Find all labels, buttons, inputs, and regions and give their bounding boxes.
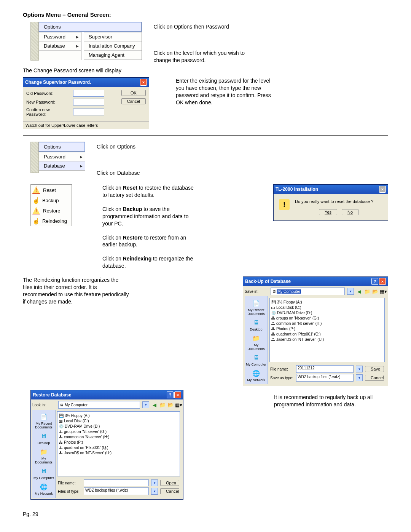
dialog-title: Change Supervisor Password.: [25, 80, 91, 85]
chevron-down-icon[interactable]: ▾: [151, 479, 158, 486]
lookin-combo[interactable]: My Computer: [65, 403, 88, 407]
chevron-down-icon[interactable]: ▾: [356, 374, 363, 381]
db-menu-label: Reindexing: [42, 218, 67, 224]
page-title: Options Menu – General Screen:: [23, 11, 388, 18]
backup-file-dialog: Back-Up of Database ? × Save in: 🖥 My Co…: [243, 276, 388, 386]
savein-label: Save in:: [245, 289, 268, 294]
label-old-password: Old Password:: [26, 91, 70, 96]
instruction-text: Click on Restore to restore from an earl…: [102, 234, 198, 249]
hand-icon: ☝: [32, 217, 39, 224]
instruction-text: Click on Options: [97, 143, 140, 150]
instruction-text: Click on Database: [97, 169, 140, 177]
places-bar: 📄My Recent Documents 🖥Desktop 📁My Docume…: [32, 410, 56, 498]
confirm-reset-dialog: TL-2000 Installation × ! Do you really w…: [273, 184, 388, 221]
file-list[interactable]: 💾3½ Floppy (A:) 🖴Local Disk (C:) 💿DVD-RA…: [269, 298, 385, 362]
dialog-message: Do you really want to reset the database…: [295, 199, 382, 204]
instruction-text: Click on Reset to restore the database t…: [102, 184, 198, 199]
close-icon[interactable]: ×: [174, 391, 181, 398]
page-number: Pg. 29: [23, 511, 388, 517]
cancel-button[interactable]: Cancel: [121, 98, 146, 104]
help-icon[interactable]: ?: [167, 391, 174, 398]
instruction-text: Click on the level for which you wish to…: [153, 50, 245, 64]
new-folder-icon[interactable]: 📂: [167, 402, 174, 408]
options-menu-header[interactable]: Options: [39, 22, 142, 32]
place-desktop[interactable]: 🖥Desktop: [250, 318, 262, 331]
db-menu-backup[interactable]: ☝ Backup: [31, 195, 72, 205]
menu-item-password[interactable]: Password: [39, 32, 81, 42]
back-icon[interactable]: ◀: [356, 288, 362, 294]
place-desktop[interactable]: 🖥Desktop: [37, 431, 50, 445]
dialog-title: Restore Database: [33, 392, 71, 398]
close-icon[interactable]: ×: [140, 79, 147, 86]
save-button[interactable]: Save: [365, 366, 384, 372]
new-password-input[interactable]: [73, 99, 104, 105]
close-icon[interactable]: ×: [379, 186, 386, 193]
status-bar: Watch out for Upper/Lower case letters: [23, 121, 149, 129]
cancel-button[interactable]: Cancel: [160, 488, 179, 494]
submenu-installation-company[interactable]: Installation Company: [84, 42, 142, 51]
close-icon[interactable]: ×: [379, 278, 386, 285]
texture-strip: [30, 22, 39, 61]
no-button[interactable]: No: [342, 209, 358, 215]
menu-item-password[interactable]: Password: [39, 152, 85, 161]
options-menu-header[interactable]: Options: [39, 142, 85, 152]
filetype-combo[interactable]: WDZ backup files (*.wdz): [84, 487, 149, 495]
place-mydocs[interactable]: 📁My Documents: [32, 447, 55, 464]
instruction-text: The Change Password screen will display: [23, 67, 388, 75]
up-folder-icon[interactable]: 📁: [159, 402, 166, 408]
menu-item-database[interactable]: Database: [39, 42, 81, 51]
db-menu-restore[interactable]: ! Restore: [31, 205, 72, 216]
db-menu-label: Reset: [43, 187, 56, 193]
restore-file-dialog: Restore Database ? × Look in: 🖥 My Compu…: [30, 390, 183, 500]
submenu-managing-agent[interactable]: Managing Agent: [84, 51, 142, 60]
chevron-down-icon[interactable]: ▾: [347, 288, 354, 295]
confirm-password-input[interactable]: [73, 109, 104, 115]
savein-combo[interactable]: My Computer: [277, 289, 301, 294]
filetype-label: Files of type:: [58, 489, 81, 494]
place-mycomputer[interactable]: 🖥My Computer: [246, 353, 266, 366]
filename-input[interactable]: [84, 479, 149, 486]
views-icon[interactable]: ▦▾: [380, 288, 386, 294]
db-menu-reset[interactable]: ! Reset: [31, 185, 72, 195]
monitor-icon: 🖥: [60, 403, 64, 407]
help-icon[interactable]: ?: [371, 278, 378, 285]
file-list[interactable]: 💾3½ Floppy (A:) 🖴Local Disk (C:) 💿DVD-RA…: [57, 411, 180, 476]
place-mycomputer[interactable]: 🖥My Computer: [33, 466, 54, 480]
instruction-text: Enter the existing password for the leve…: [176, 77, 271, 106]
monitor-icon: 🖥: [272, 289, 276, 294]
back-icon[interactable]: ◀: [151, 402, 158, 408]
place-recent[interactable]: 📄My Recent Documents: [32, 412, 55, 429]
instruction-text: The Reindexing function reorganizes the …: [23, 276, 129, 305]
up-folder-icon[interactable]: 📁: [364, 288, 370, 294]
db-menu-label: Restore: [43, 208, 61, 214]
chevron-down-icon[interactable]: ▾: [356, 366, 363, 372]
yes-button[interactable]: Yes: [319, 209, 337, 215]
place-mydocs[interactable]: 📁My Documents: [245, 334, 268, 351]
cancel-button[interactable]: Cancel: [365, 375, 384, 381]
instruction-text: Click on Options then Password: [153, 23, 245, 30]
chevron-down-icon[interactable]: ▾: [142, 401, 149, 408]
submenu-supervisor[interactable]: Supervisor: [84, 32, 142, 42]
dialog-title: TL-2000 Installation: [276, 187, 318, 192]
ok-button[interactable]: OK: [121, 90, 146, 96]
menu-item-database[interactable]: Database: [39, 161, 85, 171]
old-password-input[interactable]: [73, 90, 104, 97]
places-bar: 📄My Recent Documents 🖥Desktop 📁My Docume…: [245, 296, 268, 384]
place-recent[interactable]: 📄My Recent Documents: [245, 299, 268, 316]
filetype-combo[interactable]: WDZ backup files (*.wdz): [296, 374, 354, 382]
label-new-password: New Password:: [26, 100, 70, 104]
warning-icon: !: [32, 186, 40, 194]
instruction-text: Click on Backup to save the programmed i…: [102, 206, 198, 227]
filename-input[interactable]: 20111212: [296, 365, 354, 373]
db-menu-reindexing[interactable]: ☝ Reindexing: [31, 216, 72, 226]
views-icon[interactable]: ▦▾: [175, 402, 182, 408]
chevron-down-icon[interactable]: ▾: [151, 488, 158, 495]
place-network[interactable]: 🌐My Network: [247, 369, 265, 382]
open-button[interactable]: Open: [160, 480, 179, 486]
filename-label: File name:: [58, 481, 81, 485]
filename-label: File name:: [270, 367, 294, 371]
instruction-text: Click on Reindexing to reorganize the da…: [102, 255, 198, 270]
new-folder-icon[interactable]: 📂: [372, 288, 378, 294]
place-network[interactable]: 🌐My Network: [35, 482, 53, 495]
warning-icon: !: [279, 199, 290, 210]
